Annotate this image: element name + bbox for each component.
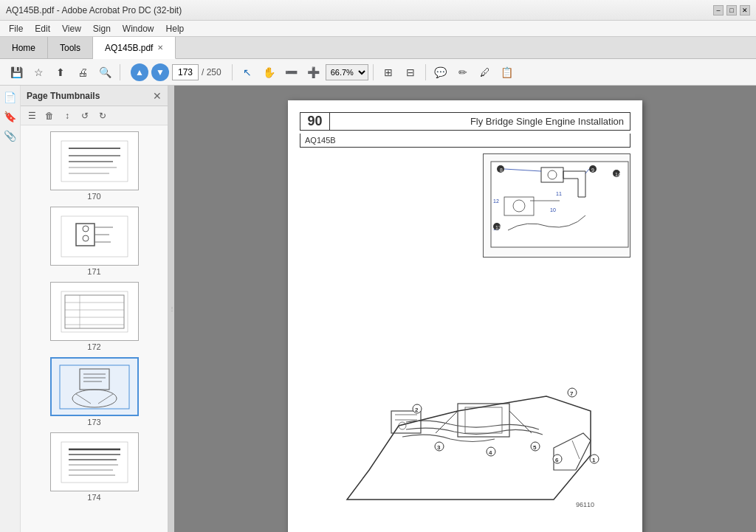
menu-file[interactable]: File [3,22,29,35]
title-bar: AQ145B.pdf - Adobe Acrobat Pro DC (32-bi… [0,0,756,21]
thumbnail-img-174 [50,432,139,491]
svg-rect-55 [458,404,509,437]
svg-rect-56 [465,407,502,433]
panel-rotate-ccw-button[interactable]: ↺ [77,108,93,123]
thumbnail-img-170 [50,131,139,190]
fit-page-button[interactable]: ⊞ [378,62,399,83]
navigation-group: ▲ ▼ / 250 [131,63,221,81]
svg-rect-28 [61,442,128,483]
menu-view[interactable]: View [56,22,87,35]
hand-tool-button[interactable]: ✋ [259,62,280,83]
menu-window[interactable]: Window [117,22,160,35]
thumbnail-174[interactable]: 174 [50,432,139,502]
cursor-tool-button[interactable]: ↖ [237,62,258,83]
svg-text:6: 6 [555,457,559,463]
panel-insert-button[interactable]: ↕ [59,108,75,123]
tab-close-icon[interactable]: ✕ [157,44,163,52]
maximize-button[interactable]: □ [726,5,737,15]
bookmarks-panel-icon[interactable]: 🔖 [1,108,19,125]
sep-4 [425,64,426,80]
thumbnail-171[interactable]: 171 [50,207,139,276]
sep-3 [373,64,374,80]
panel-title: Page Thumbnails [27,91,100,101]
svg-rect-13 [61,291,128,332]
pdf-subtitle: AQ145B [300,134,630,148]
pdf-page-header: 90 Fly Bridge Single Engine Installation [300,112,630,131]
svg-text:7: 7 [570,390,574,397]
thumbnail-label-171: 171 [87,267,100,276]
save-button[interactable]: 💾 [6,62,27,83]
svg-text:96110: 96110 [576,501,594,508]
tab-tools[interactable]: Tools [48,37,93,58]
panel-rotate-cw-button[interactable]: ↻ [94,108,111,123]
attachments-panel-icon[interactable]: 📎 [1,127,19,145]
thumbnail-label-174: 174 [87,493,100,502]
svg-text:13: 13 [495,225,501,230]
zoom-select[interactable]: 50% 66.7% 75% 100% 125% 150% 200% [326,64,368,80]
fit-width-button[interactable]: ⊟ [400,62,421,83]
thumbnail-img-171 [50,207,139,266]
stamp-button[interactable]: 📋 [497,62,518,83]
panel-delete-button[interactable]: 🗑 [41,108,58,123]
menu-help[interactable]: Help [160,22,190,35]
tab-tools-label: Tools [60,43,80,53]
next-page-button[interactable]: ▼ [151,63,169,81]
pdf-page-number: 90 [300,113,330,130]
pages-panel-icon[interactable]: 📄 [1,89,19,106]
tab-home[interactable]: Home [0,37,48,58]
svg-rect-20 [60,365,129,409]
highlight-button[interactable]: 🖊 [475,62,495,83]
menu-edit[interactable]: Edit [29,22,56,35]
svg-text:1: 1 [592,457,596,463]
inset-diagram: 8 9 14 1 [483,153,630,258]
close-button[interactable]: ✕ [740,5,750,15]
tab-file-label: AQ145B.pdf [105,43,153,53]
page-total-label: / 250 [202,67,221,77]
bookmark-button[interactable]: ☆ [28,62,49,83]
thumbnail-img-172 [50,282,139,341]
thumbnail-img-173 [50,357,139,416]
panel-header: Page Thumbnails ✕ [21,86,168,106]
panel-toolbar: ☰ 🗑 ↕ ↺ ↻ [21,106,168,125]
window-title: AQ145B.pdf - Adobe Acrobat Pro DC (32-bi… [6,5,182,15]
thumbnail-170[interactable]: 170 [50,131,139,201]
side-icon-bar: 📄 🔖 📎 [0,86,21,532]
resize-handle[interactable]: ⋮ [168,86,174,532]
window-controls: – □ ✕ [713,5,750,15]
svg-rect-35 [491,162,628,247]
thumbnail-172[interactable]: 172 [50,282,139,351]
pen-button[interactable]: ✏ [453,62,473,83]
thumbnail-173[interactable]: 173 [50,357,139,426]
zoom-in-button[interactable]: ➕ [303,62,324,83]
sep-1 [120,64,120,80]
prev-page-button[interactable]: ▲ [131,63,148,81]
svg-line-63 [572,441,580,459]
svg-text:10: 10 [550,207,556,213]
sep-2 [232,64,233,80]
find-button[interactable]: 🔍 [94,62,115,83]
toolbar: 💾 ☆ ⬆ 🖨 🔍 ▲ ▼ / 250 ↖ ✋ ➖ ➕ 50% 66.7% 75… [0,59,756,86]
pdf-viewer[interactable]: 90 Fly Bridge Single Engine Installation… [174,86,756,532]
print-button[interactable]: 🖨 [72,62,93,83]
upload-button[interactable]: ⬆ [50,62,71,83]
pdf-page: 90 Fly Bridge Single Engine Installation… [288,100,642,532]
page-number-input[interactable] [172,64,199,80]
menu-sign[interactable]: Sign [87,22,117,35]
pdf-page-title: Fly Bridge Single Engine Installation [330,113,630,130]
thumbnail-label-172: 172 [87,342,100,351]
tab-file[interactable]: AQ145B.pdf ✕ [93,37,176,59]
main-layout: 📄 🔖 📎 Page Thumbnails ✕ ☰ 🗑 ↕ ↺ ↻ [0,86,756,532]
svg-text:11: 11 [556,191,562,196]
svg-text:2: 2 [415,407,419,413]
svg-text:3: 3 [437,444,441,451]
svg-text:9: 9 [591,167,594,173]
comment-button[interactable]: 💬 [430,62,451,83]
minimize-button[interactable]: – [713,5,724,15]
svg-text:12: 12 [493,198,499,204]
panel-menu-button[interactable]: ☰ [24,108,40,123]
zoom-out-button[interactable]: ➖ [281,62,302,83]
svg-text:5: 5 [533,444,537,451]
svg-text:8: 8 [500,167,503,173]
tab-bar: Home Tools AQ145B.pdf ✕ [0,37,756,59]
panel-close-button[interactable]: ✕ [153,90,162,102]
